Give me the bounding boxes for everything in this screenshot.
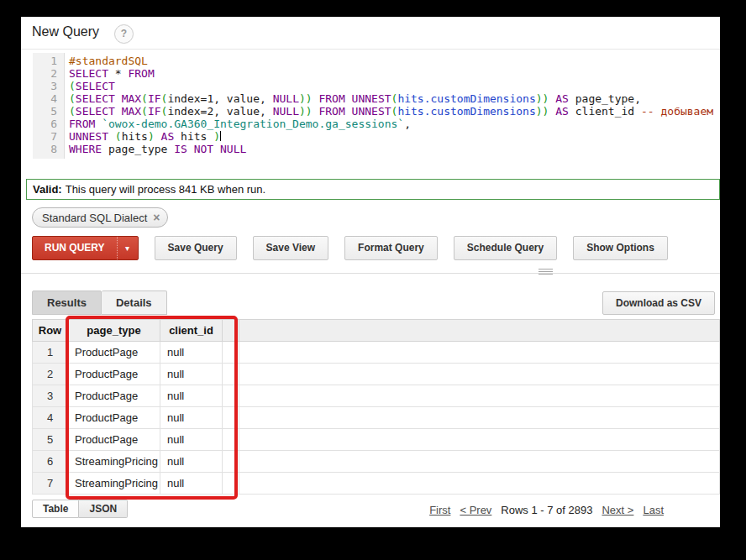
cell-empty (223, 407, 239, 429)
line-number: 7 (33, 130, 57, 143)
cell-page-type: ProductPage (68, 385, 160, 407)
column-header-filler (239, 320, 720, 342)
cell-page-type: ProductPage (68, 407, 160, 429)
dialect-chip: Standard SQL Dialect× (32, 207, 168, 228)
page-title: New Query (32, 24, 99, 39)
splitter-divider (21, 273, 720, 274)
show-options-button[interactable]: Show Options (573, 236, 668, 260)
cell-client-id: null (160, 473, 223, 495)
validation-text: This query will process 841 KB when run. (62, 183, 265, 196)
cell-filler (239, 473, 720, 495)
table-row: 4ProductPagenull (33, 407, 720, 429)
pagination: First < Prev Rows 1 - 7 of 2893 Next > L… (429, 502, 664, 519)
code-line: (SELECT (69, 80, 720, 92)
cell-client-id: null (160, 451, 223, 473)
text-cursor (220, 131, 221, 141)
token-keyword: WHERE (69, 143, 102, 155)
pagination-next[interactable]: Next > (602, 502, 633, 519)
table-row: 6StreamingPricingnull (33, 451, 720, 473)
pagination-last[interactable]: Last (643, 502, 664, 519)
token-paren: ( (69, 105, 76, 118)
result-view-switch: Table JSON (32, 500, 128, 518)
dialect-chip-label: Standard SQL Dialect (42, 212, 147, 224)
drag-handle-icon[interactable] (538, 269, 553, 276)
table-body: 1ProductPagenull2ProductPagenull3Product… (33, 342, 720, 495)
close-icon[interactable]: × (153, 211, 160, 224)
token-paren: )) (299, 92, 313, 105)
download-csv-button[interactable]: Download as CSV (602, 291, 715, 315)
pagination-info: Rows 1 - 7 of 2893 (501, 502, 592, 519)
token-keyword: NULL (273, 92, 299, 105)
column-header-empty (223, 320, 239, 342)
token-keyword: MAX (122, 92, 141, 105)
tab-details[interactable]: Details (102, 290, 167, 315)
cell-row-number: 4 (33, 407, 68, 429)
save-view-button[interactable]: Save View (253, 236, 329, 260)
tab-results[interactable]: Results (32, 290, 102, 315)
token-field: hits.customDimensions (397, 105, 535, 118)
token-plain: client_id (569, 105, 641, 118)
sql-editor[interactable]: 12345678 #standardSQLSELECT * FROM(SELEC… (33, 53, 720, 159)
token-plain: hits (174, 130, 213, 143)
cell-row-number: 1 (33, 342, 68, 364)
chevron-down-icon[interactable]: ▾ (117, 237, 138, 259)
cell-empty (223, 342, 239, 364)
token-plain (187, 143, 194, 155)
token-plain (345, 92, 352, 105)
editor-gutter: 12345678 (33, 53, 65, 159)
table-row: 1ProductPagenull (33, 342, 720, 364)
token-keyword: NULL (273, 105, 299, 118)
cell-filler (239, 429, 720, 451)
line-number: 5 (33, 105, 57, 118)
code-line: UNNEST (hits) AS hits ) (69, 130, 720, 143)
save-query-button[interactable]: Save Query (155, 236, 237, 260)
results-tabs: Results Details (32, 290, 167, 315)
token-keyword: UNNEST (352, 92, 391, 105)
pagination-prev[interactable]: < Prev (460, 502, 491, 519)
table-row: 3ProductPagenull (33, 385, 720, 407)
schedule-query-button[interactable]: Schedule Query (454, 236, 557, 260)
token-keyword: NOT (194, 143, 213, 155)
bigquery-query-window: New Query ? 12345678 #standardSQLSELECT … (21, 17, 720, 527)
token-plain: page_type (102, 143, 174, 155)
pagination-first[interactable]: First (429, 502, 450, 519)
token-plain (115, 105, 122, 118)
cell-empty (223, 385, 239, 407)
cell-empty (223, 364, 239, 385)
token-keyword: SELECT (76, 105, 115, 118)
editor-code: #standardSQLSELECT * FROM(SELECT(SELECT … (65, 53, 720, 159)
token-keyword: UNNEST (69, 130, 108, 143)
token-pragma: #standardSQL (69, 55, 148, 67)
screenshot-stage: New Query ? 12345678 #standardSQLSELECT … (0, 0, 746, 560)
run-query-button[interactable]: RUN QUERY ▾ (32, 236, 139, 260)
cell-row-number: 2 (33, 364, 68, 385)
query-header: New Query ? (21, 17, 720, 50)
token-string: `owox-demo.GA360_Integration_Demo.ga_ses… (102, 118, 404, 130)
token-plain: hits (122, 130, 148, 143)
token-paren: ( (141, 92, 148, 105)
cell-client-id: null (160, 342, 223, 364)
format-query-button[interactable]: Format Query (344, 236, 438, 260)
run-query-label: RUN QUERY (33, 237, 117, 259)
token-paren: )) (536, 92, 549, 105)
table-row: 2ProductPagenull (33, 364, 720, 385)
token-plain (108, 130, 115, 143)
cell-filler (239, 385, 720, 407)
help-icon[interactable]: ? (114, 24, 134, 44)
token-paren: ) (148, 130, 155, 143)
token-keyword: IF (148, 105, 161, 118)
token-keyword: AS (555, 92, 569, 105)
results-table-wrap: Rowpage_typeclient_id 1ProductPagenull2P… (32, 319, 720, 495)
cell-empty (223, 451, 239, 473)
line-number: 6 (33, 118, 57, 130)
token-plain (213, 143, 220, 155)
json-view-button[interactable]: JSON (79, 500, 128, 518)
token-plain: index=1, value, (167, 92, 272, 105)
cell-filler (239, 364, 720, 385)
cell-empty (223, 429, 239, 451)
token-keyword: MAX (122, 105, 141, 118)
token-keyword: SELECT (76, 80, 115, 92)
table-header-row: Rowpage_typeclient_id (33, 320, 720, 342)
table-view-button[interactable]: Table (32, 500, 79, 518)
cell-page-type: ProductPage (68, 342, 160, 364)
